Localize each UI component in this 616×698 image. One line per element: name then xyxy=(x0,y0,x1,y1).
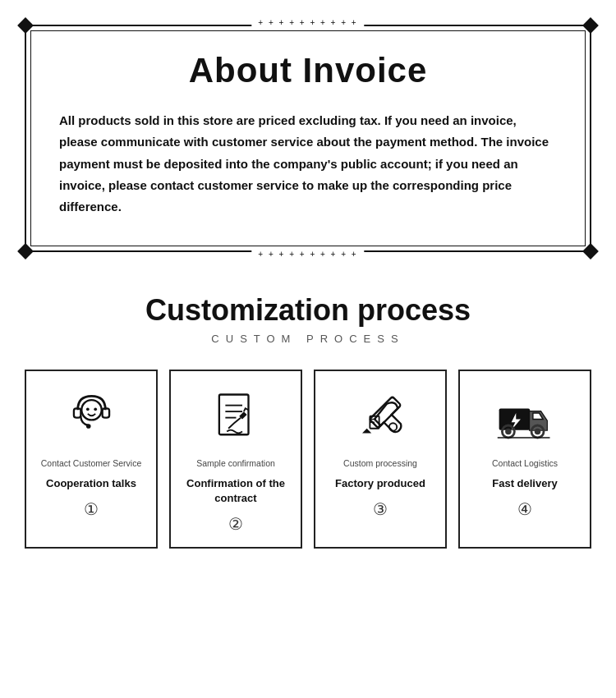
corner-tr xyxy=(582,16,600,34)
card-2-number: ② xyxy=(228,514,243,534)
custom-processing-icon xyxy=(350,388,411,450)
card-3-label-top: Custom processing xyxy=(343,458,417,470)
customization-title: Customization process xyxy=(16,293,600,328)
card-3-label-main: Factory produced xyxy=(335,476,425,491)
customization-section: Customization process CUSTOM PROCESS xyxy=(0,269,616,565)
card-icon-3 xyxy=(347,386,413,452)
corner-br xyxy=(582,242,600,260)
card-1-label-main: Cooperation talks xyxy=(46,476,136,491)
card-2-label-top: Sample confirmation xyxy=(196,458,275,470)
process-card-3: Custom processing Factory produced ③ xyxy=(314,370,447,549)
customer-service-icon xyxy=(61,388,122,450)
bottom-deco-line: + + + + + + + + + + xyxy=(251,250,364,259)
svg-point-0 xyxy=(81,400,101,420)
card-4-number: ④ xyxy=(517,499,532,519)
card-icon-2 xyxy=(203,386,269,452)
svg-point-21 xyxy=(534,429,540,435)
corner-bl xyxy=(16,242,34,260)
invoice-title: About Invoice xyxy=(59,51,557,90)
deco-text-top: + + + + + + + + + + xyxy=(258,18,357,27)
card-2-label-main: Confirmation of the contract xyxy=(179,476,292,506)
card-4-label-top: Contact Logistics xyxy=(492,458,558,470)
invoice-section: + + + + + + + + + + + + + + + + + + + + … xyxy=(0,0,616,269)
svg-point-19 xyxy=(505,429,512,435)
process-card-1: Contact Customer Service Cooperation tal… xyxy=(25,370,158,549)
svg-point-5 xyxy=(85,424,90,429)
svg-marker-11 xyxy=(362,429,371,434)
delivery-truck-icon xyxy=(494,388,556,450)
invoice-body: All products sold in this store are pric… xyxy=(59,110,557,218)
svg-point-12 xyxy=(388,423,396,430)
process-cards-container: Contact Customer Service Cooperation tal… xyxy=(16,370,600,549)
card-4-label-main: Fast delivery xyxy=(492,476,558,491)
top-deco-line: + + + + + + + + + + xyxy=(251,18,364,27)
contract-icon xyxy=(205,388,267,450)
deco-text-bottom: + + + + + + + + + + xyxy=(258,250,357,259)
svg-point-1 xyxy=(85,407,89,411)
card-1-number: ① xyxy=(84,499,99,519)
process-card-2: Sample confirmation Confirmation of the … xyxy=(169,370,302,549)
card-icon-4 xyxy=(492,386,558,452)
card-3-number: ③ xyxy=(373,499,388,519)
corner-tl xyxy=(16,16,34,34)
card-1-label-top: Contact Customer Service xyxy=(41,458,142,470)
svg-point-2 xyxy=(94,407,97,411)
customization-subtitle: CUSTOM PROCESS xyxy=(16,333,600,345)
process-card-4: Contact Logistics Fast delivery ④ xyxy=(458,370,591,549)
invoice-border: + + + + + + + + + + + + + + + + + + + + … xyxy=(25,25,591,252)
card-icon-1 xyxy=(58,386,124,452)
